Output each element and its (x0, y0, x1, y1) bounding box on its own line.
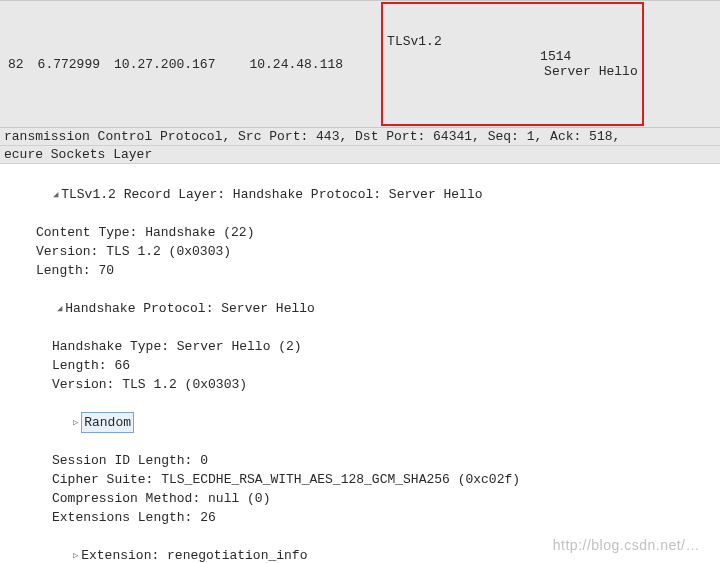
pkt-no: 82 (4, 57, 28, 72)
record-length[interactable]: Length: 70 (2, 261, 718, 280)
compression-method[interactable]: Compression Method: null (0) (2, 489, 718, 508)
ssl-header[interactable]: ecure Sockets Layer (0, 146, 720, 164)
packet-detail-tree: ◢TLSv1.2 Record Layer: Handshake Protoco… (0, 164, 720, 563)
pkt-time: 6.772999 (34, 57, 104, 72)
pkt-dst: 10.24.48.118 (245, 57, 347, 72)
handshake-length[interactable]: Length: 66 (2, 356, 718, 375)
ext-reneg-label: Extension: renegotiation_info (81, 548, 307, 563)
version-tls[interactable]: Version: TLS 1.2 (0x0303) (2, 242, 718, 261)
random-node[interactable]: ▷Random (2, 394, 718, 451)
record-layer-node[interactable]: ◢TLSv1.2 Record Layer: Handshake Protoco… (2, 166, 718, 223)
chevron-down-icon: ◢ (51, 186, 60, 195)
chevron-down-icon: ◢ (55, 300, 64, 309)
highlight-proto-info: TLSv1.2 1514 Server Hello (381, 2, 644, 126)
pkt-proto: TLSv1.2 (387, 34, 442, 94)
pkt-info: Server Hello (544, 64, 638, 79)
content-type[interactable]: Content Type: Handshake (22) (2, 223, 718, 242)
packet-list-row[interactable]: 82 6.772999 10.27.200.167 10.24.48.118 T… (0, 0, 720, 128)
chevron-right-icon: ▷ (71, 414, 80, 423)
record-layer-label: TLSv1.2 Record Layer: Handshake Protocol… (61, 187, 482, 202)
handshake-proto-label: Handshake Protocol: Server Hello (65, 301, 315, 316)
ext-reneg-node[interactable]: ▷Extension: renegotiation_info (2, 527, 718, 563)
pkt-len: 1514 (540, 49, 571, 64)
tcp-header[interactable]: ransmission Control Protocol, Src Port: … (0, 128, 720, 146)
chevron-right-icon: ▷ (71, 547, 80, 556)
extensions-length[interactable]: Extensions Length: 26 (2, 508, 718, 527)
random-label: Random (81, 412, 134, 433)
cipher-suite[interactable]: Cipher Suite: TLS_ECDHE_RSA_WITH_AES_128… (2, 470, 718, 489)
session-id-length[interactable]: Session ID Length: 0 (2, 451, 718, 470)
handshake-type[interactable]: Handshake Type: Server Hello (2) (2, 337, 718, 356)
handshake-version[interactable]: Version: TLS 1.2 (0x0303) (2, 375, 718, 394)
pkt-src: 10.27.200.167 (110, 57, 219, 72)
handshake-proto-node[interactable]: ◢Handshake Protocol: Server Hello (2, 280, 718, 337)
